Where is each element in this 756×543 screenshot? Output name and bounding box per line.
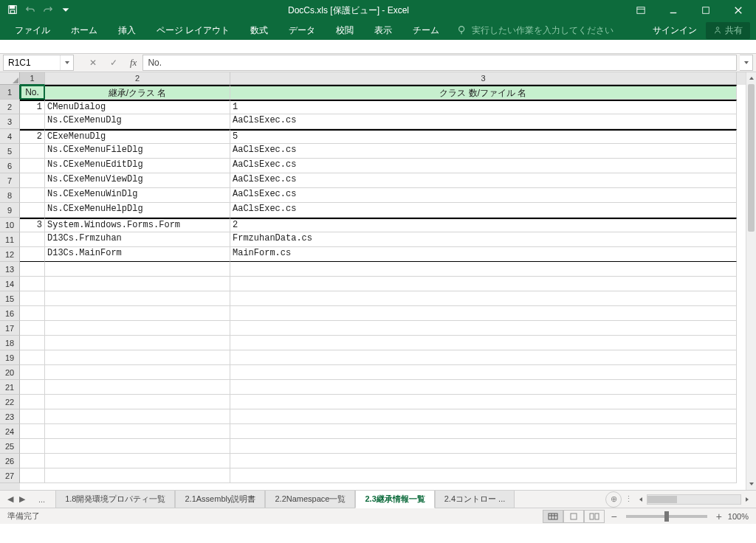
zoom-out-button[interactable]: − bbox=[611, 511, 616, 522]
row-header[interactable]: 11 bbox=[0, 232, 20, 247]
cell[interactable] bbox=[230, 291, 737, 306]
tab-review[interactable]: 校閲 bbox=[327, 21, 362, 41]
qat-menu-icon[interactable] bbox=[61, 4, 71, 17]
cell[interactable]: 3 bbox=[20, 218, 45, 232]
cell[interactable]: 5 bbox=[230, 129, 737, 144]
cell[interactable]: クラス 数/ファイル 名 bbox=[230, 85, 737, 100]
cell[interactable]: AaClsExec.cs bbox=[230, 173, 737, 188]
cell[interactable] bbox=[20, 439, 45, 454]
cell[interactable]: Ns.CExeMenuFileDlg bbox=[45, 144, 230, 159]
row-header[interactable]: 25 bbox=[0, 439, 20, 454]
fx-icon[interactable]: fx bbox=[124, 57, 142, 69]
cell[interactable]: AaClsExec.cs bbox=[230, 188, 737, 203]
cell[interactable] bbox=[20, 306, 45, 321]
cell[interactable] bbox=[230, 454, 737, 468]
cell[interactable]: Ns.CExeMenuWinDlg bbox=[45, 188, 230, 203]
tab-formulas[interactable]: 数式 bbox=[241, 21, 277, 41]
scroll-right-icon[interactable] bbox=[741, 494, 753, 505]
cell[interactable] bbox=[20, 144, 45, 159]
cell[interactable] bbox=[45, 350, 230, 365]
share-button[interactable]: 共有 bbox=[706, 22, 750, 39]
sheet-tab[interactable]: 2.2Namespace一覧 bbox=[265, 491, 355, 508]
sheet-nav-next-icon[interactable]: ▶ bbox=[18, 494, 27, 504]
save-icon[interactable] bbox=[7, 4, 18, 17]
cell[interactable] bbox=[230, 424, 737, 439]
vscroll-thumb[interactable] bbox=[748, 84, 755, 232]
cell[interactable]: No. bbox=[20, 85, 45, 100]
cell[interactable]: 1 bbox=[230, 100, 737, 114]
cell[interactable] bbox=[45, 454, 230, 468]
row-header[interactable]: 6 bbox=[0, 159, 20, 173]
sheet-nav-prev-icon[interactable]: ◀ bbox=[6, 494, 15, 504]
cell[interactable] bbox=[230, 439, 737, 454]
cell[interactable]: D13Cs.Frmzuhan bbox=[45, 232, 230, 247]
tab-pagelayout[interactable]: ページ レイアウト bbox=[148, 21, 238, 41]
cell[interactable] bbox=[230, 306, 737, 321]
cell[interactable] bbox=[45, 439, 230, 454]
name-box[interactable]: R1C1 bbox=[3, 55, 74, 71]
view-pagelayout-icon[interactable] bbox=[563, 510, 584, 523]
cell[interactable]: FrmzuhanData.cs bbox=[230, 232, 737, 247]
cell[interactable] bbox=[20, 114, 45, 129]
row-header[interactable]: 21 bbox=[0, 380, 20, 395]
row-header[interactable]: 23 bbox=[0, 409, 20, 424]
cell[interactable] bbox=[20, 291, 45, 306]
cell[interactable] bbox=[230, 350, 737, 365]
row-header[interactable]: 14 bbox=[0, 277, 20, 291]
cell[interactable] bbox=[20, 232, 45, 247]
row-header[interactable]: 12 bbox=[0, 247, 20, 262]
row-header[interactable]: 5 bbox=[0, 144, 20, 159]
cell[interactable] bbox=[45, 395, 230, 409]
cell[interactable]: CMenuDialog bbox=[45, 100, 230, 114]
cell[interactable] bbox=[20, 203, 45, 218]
row-header[interactable]: 4 bbox=[0, 129, 20, 144]
row-header[interactable]: 24 bbox=[0, 424, 20, 439]
scroll-left-icon[interactable] bbox=[635, 494, 647, 505]
cell[interactable] bbox=[45, 262, 230, 277]
cell[interactable]: CExeMenuDlg bbox=[45, 129, 230, 144]
name-box-dropdown-icon[interactable] bbox=[60, 55, 73, 70]
view-normal-icon[interactable] bbox=[543, 510, 563, 523]
row-header[interactable]: 3 bbox=[0, 114, 20, 129]
cell[interactable] bbox=[20, 321, 45, 336]
row-header[interactable]: 19 bbox=[0, 350, 20, 365]
tell-me-search[interactable]: 実行したい作業を入力してください bbox=[457, 24, 614, 37]
cell[interactable] bbox=[230, 380, 737, 395]
row-header[interactable]: 27 bbox=[0, 468, 20, 483]
tab-team[interactable]: チーム bbox=[404, 21, 448, 41]
cell[interactable] bbox=[45, 277, 230, 291]
zoom-slider[interactable] bbox=[626, 515, 707, 518]
formula-expand-icon[interactable] bbox=[740, 55, 753, 71]
row-header[interactable]: 17 bbox=[0, 321, 20, 336]
cell[interactable]: Ns.CExeMenuViewDlg bbox=[45, 173, 230, 188]
cell[interactable] bbox=[20, 350, 45, 365]
cell[interactable] bbox=[20, 159, 45, 173]
cell[interactable]: AaClsExec.cs bbox=[230, 144, 737, 159]
cell[interactable] bbox=[20, 395, 45, 409]
cell[interactable] bbox=[230, 365, 737, 380]
cell[interactable] bbox=[45, 336, 230, 350]
cell[interactable] bbox=[230, 277, 737, 291]
column-header[interactable]: 1 bbox=[20, 72, 45, 85]
cell[interactable]: D13Cs.MainForm bbox=[45, 247, 230, 262]
cell[interactable]: Ns.CExeMenuDlg bbox=[45, 114, 230, 129]
row-header[interactable]: 10 bbox=[0, 218, 20, 232]
tab-home[interactable]: ホーム bbox=[62, 21, 106, 41]
cell[interactable] bbox=[45, 468, 230, 483]
cancel-formula-icon[interactable]: ✕ bbox=[83, 55, 103, 71]
row-header[interactable]: 13 bbox=[0, 262, 20, 277]
cell[interactable] bbox=[20, 454, 45, 468]
zoom-in-button[interactable]: + bbox=[716, 511, 722, 522]
cell[interactable] bbox=[230, 321, 737, 336]
row-header[interactable]: 20 bbox=[0, 365, 20, 380]
redo-icon[interactable] bbox=[43, 4, 53, 17]
sheet-tab[interactable]: 2.1Assembly説明書 bbox=[175, 491, 265, 508]
cell[interactable] bbox=[230, 395, 737, 409]
cell[interactable]: AaClsExec.cs bbox=[230, 114, 737, 129]
row-header[interactable]: 9 bbox=[0, 203, 20, 218]
cell[interactable] bbox=[45, 306, 230, 321]
cell[interactable] bbox=[20, 262, 45, 277]
row-header[interactable]: 7 bbox=[0, 173, 20, 188]
cell[interactable] bbox=[20, 336, 45, 350]
row-header[interactable]: 26 bbox=[0, 454, 20, 468]
